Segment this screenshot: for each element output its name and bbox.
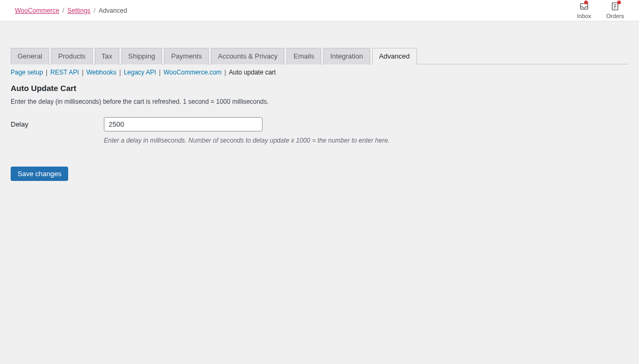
subnav-link-woocommerce-com[interactable]: WooCommerce.com — [163, 69, 222, 76]
delay-label: Delay — [11, 117, 104, 128]
tab-advanced[interactable]: Advanced — [372, 48, 417, 64]
orders-button[interactable]: Orders — [606, 2, 624, 19]
subnav-separator: | — [223, 69, 228, 76]
subnav-current: Auto update cart — [229, 69, 276, 76]
tab-products[interactable]: Products — [51, 48, 92, 64]
top-bar: WooCommerce / Settings / Advanced Inbox … — [0, 0, 639, 21]
notification-dot — [617, 1, 621, 4]
breadcrumb-separator: / — [94, 7, 95, 14]
delay-help-text: Enter a delay in milliseconds. Number of… — [104, 137, 390, 144]
subnav-separator: | — [157, 69, 162, 76]
top-right-icons: Inbox Orders — [577, 2, 624, 19]
subnav-link-legacy-api[interactable]: Legacy API — [124, 69, 156, 76]
subnav-separator: | — [80, 69, 85, 76]
section-heading: Auto Update Cart — [11, 84, 628, 93]
subnav-separator: | — [118, 69, 123, 76]
tab-emails[interactable]: Emails — [286, 48, 321, 64]
breadcrumb-link-settings[interactable]: Settings — [67, 7, 90, 14]
nav-tabs: GeneralProductsTaxShippingPaymentsAccoun… — [11, 48, 628, 64]
breadcrumb: WooCommerce / Settings / Advanced — [15, 7, 127, 14]
tab-general[interactable]: General — [11, 48, 49, 64]
delay-row: Delay Enter a delay in milliseconds. Num… — [11, 117, 628, 144]
section-description: Enter the delay (in milliseconds) before… — [11, 98, 628, 105]
save-button[interactable]: Save changes — [11, 167, 68, 181]
breadcrumb-link-woocommerce[interactable]: WooCommerce — [15, 7, 59, 14]
breadcrumb-current: Advanced — [99, 7, 127, 14]
delay-input[interactable] — [104, 117, 263, 131]
subnav-link-webhooks[interactable]: Webhooks — [86, 69, 116, 76]
main-content: GeneralProductsTaxShippingPaymentsAccoun… — [0, 21, 639, 192]
tab-integration[interactable]: Integration — [323, 48, 370, 64]
subnav-separator: | — [44, 69, 50, 76]
tab-accounts-privacy[interactable]: Accounts & Privacy — [211, 48, 284, 64]
inbox-button[interactable]: Inbox — [577, 2, 591, 19]
tab-payments[interactable]: Payments — [164, 48, 209, 64]
subnav-link-page-setup[interactable]: Page setup — [11, 69, 43, 76]
inbox-label: Inbox — [577, 13, 591, 19]
orders-label: Orders — [606, 13, 624, 19]
svg-rect-0 — [580, 4, 588, 10]
sub-nav: Page setup | REST API | Webhooks | Legac… — [11, 69, 628, 76]
tab-tax[interactable]: Tax — [95, 48, 119, 64]
breadcrumb-separator: / — [62, 7, 64, 14]
subnav-link-rest-api[interactable]: REST API — [51, 69, 79, 76]
tab-shipping[interactable]: Shipping — [121, 48, 162, 64]
delay-field-wrap: Enter a delay in milliseconds. Number of… — [104, 117, 390, 144]
